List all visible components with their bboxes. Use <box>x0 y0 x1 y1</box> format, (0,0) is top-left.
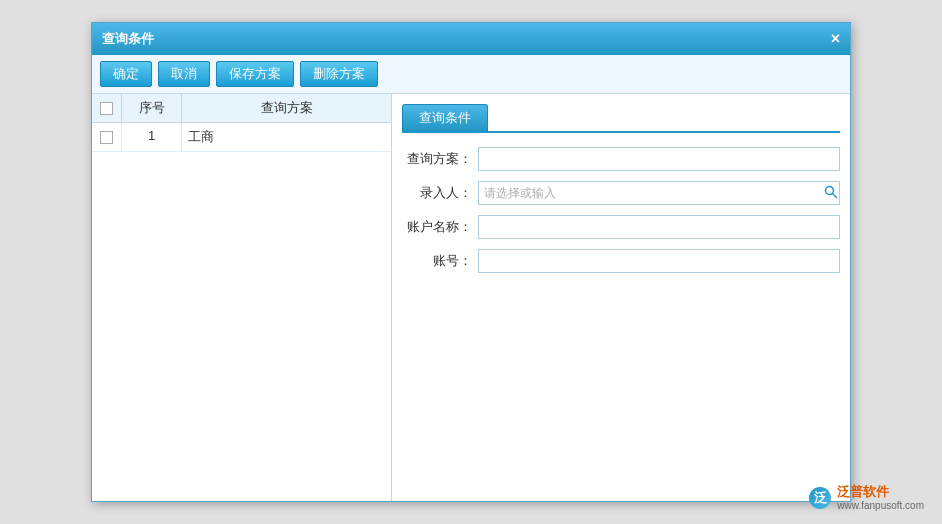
query-scheme-input[interactable] <box>478 147 840 171</box>
entry-person-label: 录入人： <box>402 184 472 202</box>
footer-brand: 泛 泛普软件 www.fanpusoft.com <box>809 484 924 512</box>
account-name-input[interactable] <box>478 215 840 239</box>
row-seq: 1 <box>122 123 182 151</box>
entry-person-input-wrapper: 请选择或输入 <box>478 181 840 205</box>
save-scheme-button[interactable]: 保存方案 <box>216 61 294 87</box>
table-body: 1 工商 <box>92 123 391 501</box>
search-icon <box>824 185 838 199</box>
brand-url: www.fanpusoft.com <box>837 500 924 512</box>
table-header: 序号 查询方案 <box>92 94 391 123</box>
cancel-button[interactable]: 取消 <box>158 61 210 87</box>
main-content: 序号 查询方案 1 工商 查询条件 查询方案 <box>92 94 850 501</box>
form-area: 查询方案： 录入人： 请选择或输入 <box>402 147 840 491</box>
panel-tab: 查询条件 <box>402 104 840 133</box>
header-checkbox <box>92 94 122 122</box>
account-number-input[interactable] <box>478 249 840 273</box>
brand-text: 泛普软件 www.fanpusoft.com <box>837 484 924 512</box>
right-panel: 查询条件 查询方案： 录入人： 请选择或输入 <box>392 94 850 501</box>
header-checkbox-box[interactable] <box>100 102 113 115</box>
dialog: 查询条件 × 确定 取消 保存方案 删除方案 序号 查询方案 <box>91 22 851 502</box>
form-row-query-scheme: 查询方案： <box>402 147 840 171</box>
form-row-entry-person: 录入人： 请选择或输入 <box>402 181 840 205</box>
toolbar: 确定 取消 保存方案 删除方案 <box>92 55 850 94</box>
entry-person-search-button[interactable] <box>824 185 838 201</box>
row-checkbox[interactable] <box>100 131 113 144</box>
form-row-account-number: 账号： <box>402 249 840 273</box>
brand-logo-text: 泛 <box>814 489 827 507</box>
row-checkbox-cell <box>92 123 122 151</box>
title-bar: 查询条件 × <box>92 23 850 55</box>
query-scheme-label: 查询方案： <box>402 150 472 168</box>
brand-name: 泛普软件 <box>837 484 924 500</box>
form-row-account-name: 账户名称： <box>402 215 840 239</box>
entry-person-input[interactable] <box>478 181 840 205</box>
header-scheme: 查询方案 <box>182 94 391 122</box>
tab-query-conditions[interactable]: 查询条件 <box>402 104 488 131</box>
delete-scheme-button[interactable]: 删除方案 <box>300 61 378 87</box>
table-row[interactable]: 1 工商 <box>92 123 391 152</box>
account-number-label: 账号： <box>402 252 472 270</box>
header-seq: 序号 <box>122 94 182 122</box>
dialog-title: 查询条件 <box>102 30 154 48</box>
close-button[interactable]: × <box>831 31 840 47</box>
confirm-button[interactable]: 确定 <box>100 61 152 87</box>
left-panel: 序号 查询方案 1 工商 <box>92 94 392 501</box>
row-scheme: 工商 <box>182 123 391 151</box>
svg-line-1 <box>833 194 837 198</box>
account-name-label: 账户名称： <box>402 218 472 236</box>
brand-logo: 泛 <box>809 487 831 509</box>
